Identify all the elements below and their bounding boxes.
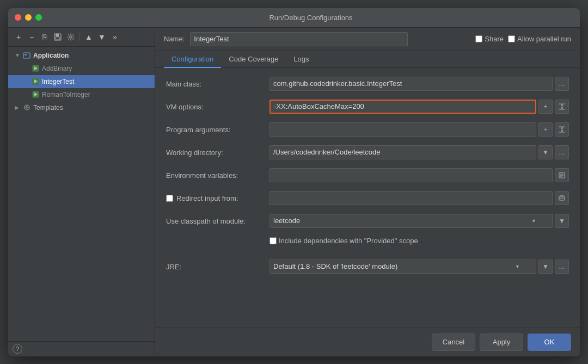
share-checkbox-label[interactable]: Share — [475, 35, 504, 43]
program-args-add-button[interactable]: + — [538, 122, 553, 137]
run-config-icon-romantointeger — [31, 90, 40, 99]
main-class-label: Main class: — [166, 77, 270, 92]
env-vars-label: Environment variables: — [166, 168, 270, 183]
program-args-label: Program arguments: — [166, 122, 270, 138]
apply-button[interactable]: Apply — [480, 334, 523, 351]
right-panel: Name: Share Allow parallel run Configura… — [155, 28, 580, 356]
include-deps-label[interactable]: Include dependencies with "Provided" sco… — [270, 237, 418, 245]
parallel-label-text: Allow parallel run — [517, 35, 571, 43]
run-config-icon-integertest — [31, 77, 40, 86]
tree-item-integertest[interactable]: IntegerTest — [8, 75, 155, 88]
jre-select-wrapper: Default (1.8 - SDK of 'leetcode' module) — [270, 260, 536, 274]
redirect-checkbox[interactable] — [166, 195, 173, 202]
working-dir-dropdown-button[interactable]: ▼ — [538, 145, 553, 159]
item-label-integertest: IntegerTest — [42, 78, 74, 85]
tree-group-application[interactable]: ▼ Application — [8, 49, 155, 62]
jre-field: Default (1.8 - SDK of 'leetcode' module)… — [270, 260, 569, 274]
include-deps-checkbox[interactable] — [270, 237, 277, 244]
program-args-input[interactable] — [270, 122, 536, 137]
save-config-button[interactable] — [52, 31, 64, 43]
vm-options-add-button[interactable]: + — [538, 100, 553, 114]
tab-code-coverage[interactable]: Code Coverage — [221, 51, 286, 68]
program-args-expand-button[interactable] — [555, 122, 569, 137]
classpath-field: leetcode ▼ — [270, 214, 569, 228]
program-args-row: Program arguments: + — [166, 122, 569, 138]
working-dir-input[interactable] — [270, 145, 536, 159]
sidebar-toolbar: + − ⎘ ▲ ▼ » — [8, 28, 155, 47]
more-button[interactable]: » — [109, 31, 121, 43]
jre-row: JRE: Default (1.8 - SDK of 'leetcode' mo… — [166, 260, 569, 275]
move-down-button[interactable]: ▼ — [96, 31, 108, 43]
main-class-input[interactable] — [270, 77, 553, 91]
templates-label: Templates — [33, 104, 63, 112]
close-button[interactable] — [15, 14, 21, 21]
svg-rect-5 — [24, 54, 27, 55]
jre-dropdown-button[interactable]: ▼ — [538, 260, 553, 274]
move-up-button[interactable]: ▲ — [83, 31, 95, 43]
run-config-icon-addbinary — [31, 64, 40, 73]
name-input[interactable] — [190, 32, 408, 46]
main-class-browse-button[interactable]: … — [555, 77, 569, 91]
sidebar-bottom: ? — [8, 341, 155, 356]
share-checkbox[interactable] — [475, 35, 482, 42]
tab-logs[interactable]: Logs — [286, 51, 316, 68]
tree-item-addbinary[interactable]: AddBinary — [8, 62, 155, 75]
include-deps-field: Include dependencies with "Provided" sco… — [270, 237, 569, 245]
main-body: + − ⎘ ▲ ▼ » ▼ — [8, 28, 580, 356]
share-label-text: Share — [485, 35, 504, 43]
program-args-field: + — [270, 122, 569, 137]
include-deps-row: Include dependencies with "Provided" sco… — [166, 237, 569, 252]
main-class-row: Main class: … — [166, 77, 569, 92]
tree-item-romantointeger[interactable]: RomanToInteger — [8, 88, 155, 101]
minimize-button[interactable] — [25, 14, 32, 21]
copy-config-button[interactable]: ⎘ — [39, 31, 51, 43]
maximize-button[interactable] — [35, 14, 42, 21]
classpath-select-wrapper: leetcode — [270, 214, 553, 228]
include-deps-text: Include dependencies with "Provided" sco… — [279, 237, 418, 245]
classpath-dropdown-button[interactable]: ▼ — [555, 214, 569, 228]
parallel-checkbox-label[interactable]: Allow parallel run — [508, 35, 571, 43]
svg-point-3 — [70, 35, 72, 38]
sidebar: + − ⎘ ▲ ▼ » ▼ — [8, 28, 155, 356]
jre-browse-button[interactable]: … — [555, 260, 569, 274]
redirect-row: Redirect input from: — [166, 191, 569, 206]
vm-options-field: + — [270, 100, 569, 114]
titlebar: Run/Debug Configurations — [8, 8, 580, 28]
item-label-romantointeger: RomanToInteger — [42, 91, 90, 98]
parallel-checkbox[interactable] — [508, 35, 515, 42]
tabs-bar: Configuration Code Coverage Logs — [155, 51, 580, 68]
add-config-button[interactable]: + — [13, 31, 24, 43]
traffic-lights — [15, 14, 42, 21]
redirect-label: Redirect input from: — [176, 191, 238, 206]
sidebar-tree: ▼ Application AddBinary — [8, 47, 155, 341]
application-group-label: Application — [33, 52, 69, 59]
remove-config-button[interactable]: − — [26, 31, 38, 43]
vm-options-input[interactable] — [270, 100, 536, 114]
redirect-field — [270, 191, 569, 205]
main-class-field: … — [270, 77, 569, 91]
vm-options-expand-button[interactable] — [555, 100, 569, 114]
classpath-label: Use classpath of module: — [166, 214, 270, 229]
tree-group-templates[interactable]: ▶ Templates — [8, 101, 155, 114]
working-dir-row: Working directory: ▼ … — [166, 145, 569, 161]
env-vars-input[interactable] — [270, 168, 553, 182]
env-vars-field — [270, 168, 569, 182]
tab-configuration[interactable]: Configuration — [164, 51, 221, 68]
working-dir-browse-button[interactable]: … — [555, 145, 569, 159]
window-title: Run/Debug Configurations — [48, 14, 573, 22]
help-button[interactable]: ? — [13, 344, 22, 354]
redirect-browse-button[interactable] — [555, 191, 569, 205]
vm-options-row: VM options: + — [166, 100, 569, 115]
item-label-addbinary: AddBinary — [42, 65, 72, 72]
redirect-input[interactable] — [270, 191, 553, 205]
jre-select[interactable]: Default (1.8 - SDK of 'leetcode' module) — [270, 260, 536, 274]
form-content: Main class: … VM options: + — [155, 68, 580, 328]
classpath-select[interactable]: leetcode — [270, 214, 553, 228]
env-vars-edit-button[interactable] — [555, 168, 569, 182]
svg-rect-2 — [56, 37, 60, 40]
cancel-button[interactable]: Cancel — [432, 334, 475, 351]
templates-icon — [22, 103, 31, 112]
settings-config-button[interactable] — [65, 31, 77, 43]
ok-button[interactable]: OK — [528, 334, 571, 351]
bottom-bar: Cancel Apply OK — [155, 328, 580, 356]
